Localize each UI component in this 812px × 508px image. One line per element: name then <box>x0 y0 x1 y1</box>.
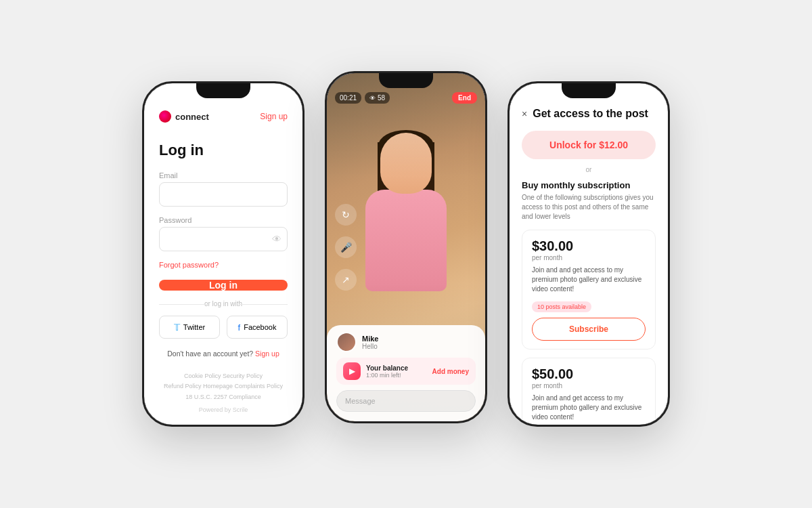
email-label: Email <box>159 171 288 179</box>
phone-video: 00:21 👁 58 End ↻ 🎤 ↗ <box>325 71 487 423</box>
user-avatar <box>336 332 357 352</box>
balance-bar: ▶ Your balance 1:00 min left! Add money <box>336 358 476 385</box>
card2-desc: Join and and get access to my premium ph… <box>532 394 646 422</box>
footer-line-2: Refund Policy Homepage Complaints Policy <box>159 381 288 391</box>
or-text: or <box>522 166 656 173</box>
refresh-button[interactable]: ↻ <box>335 204 357 226</box>
message-input[interactable]: Message <box>336 390 476 412</box>
login-title: Log in <box>159 142 288 159</box>
facebook-label: Facebook <box>244 323 276 331</box>
password-group: Password 👁 <box>159 216 288 251</box>
logo-dot-icon <box>159 110 171 123</box>
login-screen: connect Sign up Log in Email Password 👁 <box>144 83 302 425</box>
balance-icon: ▶ <box>343 362 361 380</box>
views-badge: 👁 58 <box>365 92 390 104</box>
unlock-button[interactable]: Unlock for $12.00 <box>522 131 656 159</box>
login-button[interactable]: Log in <box>159 280 288 291</box>
forgot-password-link[interactable]: Forgot password? <box>159 261 288 269</box>
email-group: Email <box>159 171 288 207</box>
password-input[interactable]: 👁 <box>159 227 288 251</box>
subscription-screen: × Get access to the post Unlock for $12.… <box>510 83 668 425</box>
phone-subscription: × Get access to the post Unlock for $12.… <box>508 81 670 427</box>
subscription-card-1: $30.00 per month Join and and get access… <box>522 230 656 350</box>
footer-links: Cookie Policy Security Policy Refund Pol… <box>159 371 288 402</box>
video-top-bar: 00:21 👁 58 End <box>335 92 477 104</box>
login-header: connect Sign up <box>159 110 288 123</box>
buy-subscription-desc: One of the following subscriptions gives… <box>522 193 656 221</box>
user-name-hello: Mike Hello <box>362 335 378 350</box>
phone-notch-right <box>562 83 616 98</box>
subscription-header: × Get access to the post <box>522 108 656 120</box>
share-button[interactable]: ↗ <box>335 269 357 291</box>
buy-subscription-title: Buy monthly subscription <box>522 180 656 190</box>
subscription-title: Get access to the post <box>533 108 648 120</box>
message-placeholder: Message <box>345 397 376 405</box>
video-bottom-panel: Mike Hello ▶ Your balance 1:00 min left!… <box>327 325 485 421</box>
close-icon[interactable]: × <box>522 108 527 119</box>
social-buttons: 𝕋 Twitter f Facebook <box>159 316 288 339</box>
balance-title: Your balance <box>366 364 432 372</box>
user-name: Mike <box>362 335 378 343</box>
card2-price: $50.00 <box>532 366 646 382</box>
phone-notch-middle <box>379 73 433 88</box>
password-label: Password <box>159 216 288 224</box>
eye-icon: 👁 <box>272 234 281 245</box>
mic-button[interactable]: 🎤 <box>335 236 357 258</box>
card1-price: $30.00 <box>532 238 646 254</box>
card2-period: per month <box>532 382 646 389</box>
balance-sub: 1:00 min left! <box>366 372 432 379</box>
footer-line-1: Cookie Policy Security Policy <box>159 371 288 381</box>
footer-line-3: 18 U.S.C. 2257 Compliance <box>159 392 288 402</box>
no-account-text: Don't have an account yet? Sign up <box>159 350 288 358</box>
or-divider: or log in with <box>159 300 288 308</box>
logo-text: connect <box>175 112 209 122</box>
user-hello: Hello <box>362 343 378 350</box>
timer-badge: 00:21 <box>335 92 361 104</box>
user-info: Mike Hello <box>336 332 476 352</box>
add-money-button[interactable]: Add money <box>432 368 469 375</box>
video-screen: 00:21 👁 58 End ↻ 🎤 ↗ <box>327 73 485 421</box>
side-controls: ↻ 🎤 ↗ <box>335 204 357 291</box>
subscription-card-2: $50.00 per month Join and and get access… <box>522 358 656 425</box>
balance-info: Your balance 1:00 min left! <box>366 364 432 379</box>
facebook-icon: f <box>238 322 241 333</box>
subscribe-button-1[interactable]: Subscribe <box>532 318 646 341</box>
header-signup-link[interactable]: Sign up <box>260 112 288 121</box>
twitter-login-button[interactable]: 𝕋 Twitter <box>159 316 220 339</box>
end-button[interactable]: End <box>452 92 477 104</box>
facebook-login-button[interactable]: f Facebook <box>227 316 288 339</box>
eye-icon: 👁 <box>369 95 376 102</box>
person-silhouette <box>348 130 464 347</box>
no-account-signup-link[interactable]: Sign up <box>255 350 279 358</box>
twitter-icon: 𝕋 <box>174 322 180 333</box>
email-input[interactable] <box>159 182 288 207</box>
powered-by: Powered by Scrile <box>159 406 288 413</box>
logo-area: connect <box>159 110 209 123</box>
card1-desc: Join and and get access to my premium ph… <box>532 266 646 294</box>
phone-notch-left <box>196 83 250 98</box>
twitter-label: Twitter <box>183 323 205 331</box>
card1-posts-badge: 10 posts available <box>532 301 591 312</box>
phone-login: connect Sign up Log in Email Password 👁 <box>142 81 304 427</box>
card1-period: per month <box>532 254 646 261</box>
phones-container: connect Sign up Log in Email Password 👁 <box>0 0 812 508</box>
